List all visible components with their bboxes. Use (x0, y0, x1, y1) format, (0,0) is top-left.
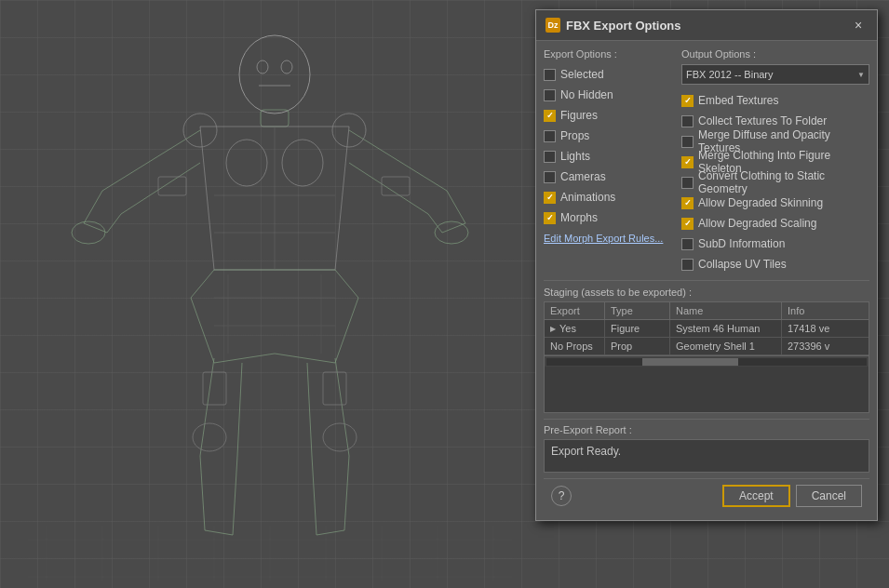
option-allow-degraded-skinning[interactable]: Allow Degraded Skinning (681, 193, 869, 213)
label-animations: Animations (560, 191, 615, 204)
label-convert-clothing-static: Convert Clothing to Static Geometry (698, 169, 869, 195)
close-button[interactable]: × (849, 16, 868, 34)
label-collapse-uv-tiles: Collapse UV Tiles (698, 258, 787, 271)
label-selected: Selected (560, 68, 604, 81)
right-column: Output Options : FBX 2012 -- Binary ▼ Em… (681, 48, 869, 274)
svg-rect-12 (323, 372, 346, 405)
cb-merge-diffuse[interactable] (681, 136, 694, 148)
svg-rect-9 (158, 177, 186, 195)
dialog-body: Export Options : Selected No Hidden Figu… (536, 41, 877, 520)
cb-convert-clothing-static[interactable] (681, 177, 694, 189)
td-export-value-0: Yes (559, 323, 576, 334)
label-no-hidden: No Hidden (560, 88, 613, 101)
option-figures[interactable]: Figures (544, 105, 674, 126)
format-dropdown-row[interactable]: FBX 2012 -- Binary ▼ (681, 64, 869, 85)
tri-icon: ▶ (550, 325, 556, 333)
dropdown-arrow-icon: ▼ (857, 71, 865, 79)
scrollbar-thumb[interactable] (642, 358, 738, 366)
cb-collect-textures[interactable] (681, 115, 694, 127)
td-info-1: 273396 v (782, 338, 869, 354)
label-morphs: Morphs (560, 211, 598, 224)
option-cameras[interactable]: Cameras (544, 167, 674, 187)
svg-point-3 (435, 221, 468, 244)
option-collapse-uv-tiles[interactable]: Collapse UV Tiles (681, 254, 869, 274)
option-morphs[interactable]: Morphs (544, 207, 674, 228)
label-subd-information: SubD Information (698, 237, 785, 250)
table-scrollbar[interactable] (545, 355, 869, 367)
fbx-export-dialog: Dz FBX Export Options × Export Options :… (535, 9, 878, 521)
svg-point-0 (239, 35, 310, 114)
cb-morphs[interactable] (544, 212, 556, 224)
cb-allow-degraded-scaling[interactable] (681, 218, 694, 230)
th-type: Type (605, 302, 670, 319)
label-collect-textures: Collect Textures To Folder (698, 114, 827, 127)
svg-rect-11 (203, 372, 226, 405)
svg-point-7 (226, 140, 267, 186)
label-cameras: Cameras (560, 170, 606, 183)
cb-selected[interactable] (544, 69, 556, 81)
td-name-1: Geometry Shell 1 (670, 338, 782, 354)
cb-animations[interactable] (544, 192, 556, 204)
cb-subd-information[interactable] (681, 238, 694, 250)
format-dropdown[interactable]: FBX 2012 -- Binary ▼ (681, 64, 869, 85)
cb-props[interactable] (544, 130, 556, 142)
option-allow-degraded-scaling[interactable]: Allow Degraded Scaling (681, 213, 869, 234)
option-no-hidden[interactable]: No Hidden (544, 85, 674, 105)
cb-figures[interactable] (544, 110, 556, 122)
option-embed-textures[interactable]: Embed Textures (681, 90, 869, 111)
output-options-label: Output Options : (681, 48, 869, 60)
td-export-1: No Props (545, 338, 605, 354)
label-props: Props (560, 129, 589, 142)
dialog-titlebar: Dz FBX Export Options × (536, 10, 877, 41)
th-info: Info (782, 302, 869, 319)
dialog-title: FBX Export Options (566, 19, 681, 33)
left-column: Export Options : Selected No Hidden Figu… (544, 48, 674, 274)
footer-buttons: Accept Cancel (722, 485, 862, 507)
pre-export-label: Pre-Export Report : (544, 424, 869, 435)
cb-merge-clothing-skeleton[interactable] (681, 156, 694, 168)
option-props[interactable]: Props (544, 126, 674, 146)
dialog-title-left: Dz FBX Export Options (546, 18, 681, 33)
dialog-columns: Export Options : Selected No Hidden Figu… (544, 48, 869, 274)
staging-label: Staging (assets to be exported) : (544, 287, 869, 298)
svg-point-15 (257, 60, 268, 74)
staging-table: Export Type Name Info ▶ Yes Figure Syste… (544, 301, 869, 413)
pre-export-box: Export Ready. (544, 439, 869, 473)
option-animations[interactable]: Animations (544, 187, 674, 207)
dropdown-value: FBX 2012 -- Binary (686, 69, 774, 80)
dialog-icon: Dz (546, 18, 560, 33)
table-row[interactable]: ▶ Yes Figure System 46 Human 17418 ve (545, 320, 869, 338)
cb-cameras[interactable] (544, 171, 556, 183)
cb-collapse-uv-tiles[interactable] (681, 259, 694, 271)
td-info-0: 17418 ve (782, 320, 869, 337)
table-row[interactable]: No Props Prop Geometry Shell 1 273396 v (545, 338, 869, 355)
label-embed-textures: Embed Textures (698, 94, 779, 107)
cb-embed-textures[interactable] (681, 95, 694, 107)
dialog-footer: ? Accept Cancel (544, 478, 869, 513)
option-lights[interactable]: Lights (544, 146, 674, 167)
figure-svg (28, 9, 512, 581)
scrollbar-track[interactable] (546, 358, 867, 366)
label-lights: Lights (560, 150, 590, 163)
option-convert-clothing-static[interactable]: Convert Clothing to Static Geometry (681, 172, 869, 193)
accept-button[interactable]: Accept (722, 485, 790, 507)
td-export-0: ▶ Yes (545, 320, 605, 337)
svg-point-13 (193, 423, 226, 451)
staging-section: Staging (assets to be exported) : Export… (544, 280, 869, 413)
cb-lights[interactable] (544, 151, 556, 163)
cancel-button[interactable]: Cancel (796, 485, 862, 507)
label-allow-degraded-scaling: Allow Degraded Scaling (698, 217, 816, 230)
svg-point-14 (323, 423, 357, 451)
export-options-label: Export Options : (544, 48, 674, 60)
label-figures: Figures (560, 109, 598, 122)
pre-export-section: Pre-Export Report : Export Ready. (544, 419, 869, 473)
cb-allow-degraded-skinning[interactable] (681, 197, 694, 209)
edit-morph-row[interactable]: Edit Morph Export Rules... (544, 228, 674, 248)
help-button[interactable]: ? (551, 486, 572, 506)
th-name: Name (670, 302, 782, 319)
edit-morph-link[interactable]: Edit Morph Export Rules... (544, 233, 663, 244)
option-subd-information[interactable]: SubD Information (681, 234, 869, 254)
cb-no-hidden[interactable] (544, 89, 556, 101)
svg-point-16 (281, 60, 292, 74)
option-selected[interactable]: Selected (544, 64, 674, 85)
